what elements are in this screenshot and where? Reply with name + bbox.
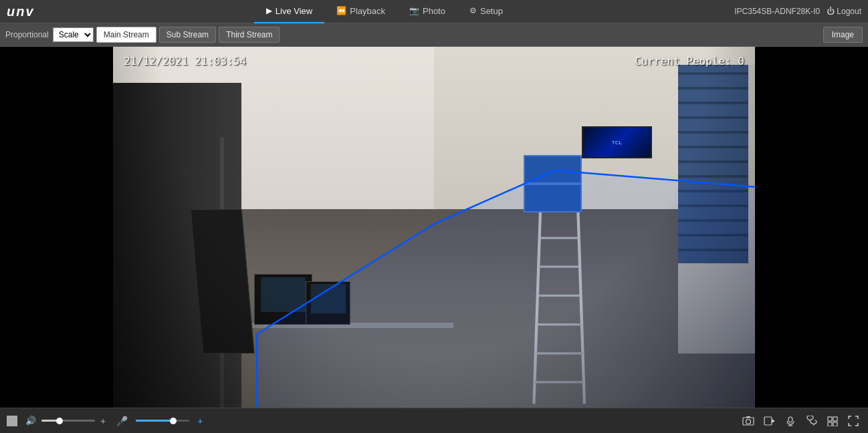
svg-marker-14 (772, 419, 775, 423)
fullscreen-button[interactable] (845, 414, 861, 428)
nav-photo[interactable]: 📷 Photo (397, 0, 457, 23)
left-black-panel (0, 47, 113, 408)
third-stream-button[interactable]: Third Stream (219, 27, 280, 43)
nav-live-view[interactable]: ▶ Live View (254, 0, 324, 23)
photo-icon: 📷 (409, 6, 419, 15)
streambar: Proportional Scale Full Fit Main Stream … (0, 23, 868, 47)
nav-playback[interactable]: ⏪ Playback (324, 0, 397, 23)
svg-rect-18 (828, 417, 832, 421)
device-id: IPC354SB-ADNF28K-I0 (734, 7, 820, 16)
right-black-panel (755, 47, 868, 408)
scale-select[interactable]: Scale Full Fit (53, 27, 94, 42)
snapshot-button[interactable] (740, 414, 757, 428)
volume-thumb[interactable] (56, 418, 63, 424)
logout-label: Logout (837, 7, 861, 16)
main-stream-button[interactable]: Main Stream (96, 27, 156, 43)
image-button[interactable]: Image (823, 27, 863, 43)
blue-slider-thumb[interactable] (170, 418, 177, 424)
setup-icon: ⚙ (469, 6, 477, 15)
proportion-label: Proportional (5, 30, 49, 39)
volume-icon[interactable]: 🔊 (23, 414, 39, 427)
svg-marker-9 (257, 170, 755, 408)
people-counter-value: 0 (738, 55, 744, 67)
audio-button[interactable] (782, 414, 798, 428)
svg-rect-19 (833, 417, 837, 421)
blue-slider[interactable] (136, 420, 189, 422)
video-feed: TCL (113, 47, 755, 408)
svg-rect-12 (746, 416, 750, 418)
logout-icon: ⏻ (827, 7, 835, 16)
live-view-icon: ▶ (266, 6, 272, 15)
people-counter-label: Current People: (635, 55, 732, 67)
svg-rect-13 (764, 417, 772, 425)
sub-stream-button[interactable]: Sub Stream (159, 27, 216, 43)
volume-slider[interactable] (41, 420, 95, 422)
controls-bar: 🔊 + 🎤 + (0, 408, 868, 433)
nav-links: ▶ Live View ⏪ Playback 📷 Photo ⚙ Setup (35, 0, 735, 23)
blue-slider-fill (136, 420, 171, 422)
record-button[interactable] (761, 415, 778, 427)
logout-button[interactable]: ⏻ Logout (827, 7, 861, 16)
nav-playback-label: Playback (350, 6, 385, 16)
playback-icon: ⏪ (336, 6, 346, 15)
stop-button[interactable] (7, 416, 17, 426)
nav-setup-label: Setup (480, 6, 503, 16)
topbar: unv ▶ Live View ⏪ Playback 📷 Photo ⚙ Set… (0, 0, 868, 23)
logo-brand: unv (7, 4, 35, 19)
talk-button[interactable] (802, 414, 820, 428)
mic-icon[interactable]: 🎤 (114, 414, 130, 428)
video-timestamp: 21/12/2021 21:03:54 (124, 55, 246, 67)
blue-slider-plus[interactable]: + (195, 414, 205, 428)
nav-photo-label: Photo (423, 6, 445, 16)
people-counter: Current People: 0 (635, 55, 744, 67)
nav-live-view-label: Live View (276, 6, 312, 16)
volume-plus-icon[interactable]: + (98, 414, 108, 428)
volume-fill (41, 420, 58, 422)
volume-area: 🔊 + (23, 414, 108, 428)
svg-point-15 (788, 417, 792, 422)
top-right: IPC354SB-ADNF28K-I0 ⏻ Logout (734, 7, 861, 16)
local-decode-button[interactable] (824, 414, 841, 428)
main-video-area: TCL (0, 47, 868, 408)
nav-setup[interactable]: ⚙ Setup (457, 0, 515, 23)
detection-polygon (113, 47, 755, 408)
svg-rect-21 (833, 422, 837, 426)
svg-rect-20 (828, 422, 832, 426)
right-controls (740, 414, 861, 428)
svg-point-11 (746, 419, 751, 424)
